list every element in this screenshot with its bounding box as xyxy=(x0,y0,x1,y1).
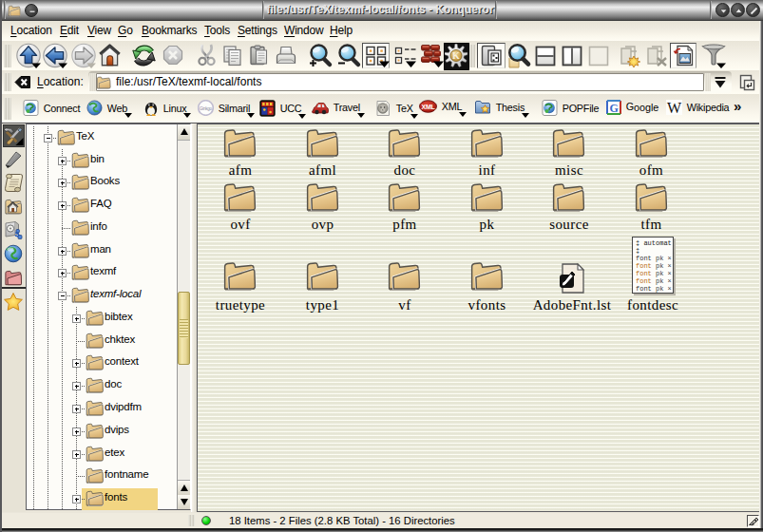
svg-text:Ginkgo: Ginkgo xyxy=(200,106,213,111)
svg-text:W: W xyxy=(667,100,682,115)
svg-text:K: K xyxy=(452,50,460,61)
svg-text:G: G xyxy=(609,102,618,115)
svg-text:XML: XML xyxy=(421,104,435,110)
